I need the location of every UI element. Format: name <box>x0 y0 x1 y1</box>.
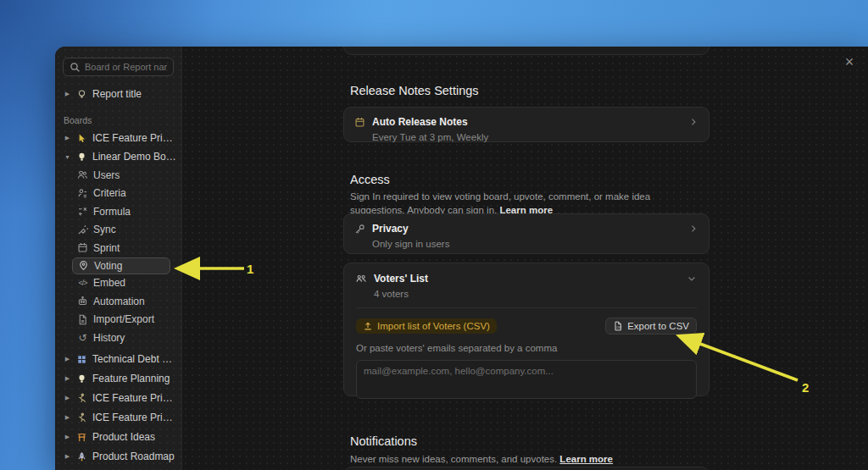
sidebar-item-label: Sprint <box>93 242 120 254</box>
voters-list-card: Voters' List 4 voters Import list of Vot… <box>343 263 709 396</box>
calendar-icon <box>77 242 88 253</box>
settings-modal: ▶ Report title Boards ▶ ICE Feature Prio… <box>55 47 868 470</box>
pin-icon <box>78 260 89 271</box>
sidebar-item-label: Users <box>93 169 120 181</box>
sidebar-board-ice-1[interactable]: ▶ ICE Feature Priorities <box>55 389 181 408</box>
collapse-arrow-icon[interactable]: ▼ <box>64 154 71 160</box>
sidebar-item-history[interactable]: ↺ History <box>72 329 181 347</box>
sidebar-item-label: Criteria <box>93 187 126 199</box>
sidebar-item-label: History <box>93 332 125 344</box>
expand-arrow-icon[interactable]: ▶ <box>64 91 71 97</box>
sidebar-board-technical-debt[interactable]: ▶ Technical Debt Priori... <box>55 350 181 369</box>
import-voters-button[interactable]: Import list of Voters (CSV) <box>356 318 497 334</box>
expand-arrow-icon[interactable]: ▶ <box>64 453 71 460</box>
report-icon <box>76 89 87 100</box>
sidebar-item-label: Formula <box>93 206 131 218</box>
access-heading: Access <box>350 173 390 186</box>
torii-icon <box>76 432 87 443</box>
expand-arrow-icon[interactable]: ▶ <box>64 434 71 440</box>
sidebar: ▶ Report title Boards ▶ ICE Feature Prio… <box>55 47 182 470</box>
sidebar-item-embed[interactable]: </> Embed <box>72 274 181 293</box>
sidebar-item-label: Report title <box>92 88 142 100</box>
sidebar-item-label: Product Ideas <box>92 431 155 443</box>
pointer-icon <box>76 133 87 144</box>
runner-icon <box>76 412 87 423</box>
sidebar-item-label: Feature Planning <box>92 373 170 384</box>
sidebar-item-label: ICE Feature Priorities <box>92 412 176 423</box>
sidebar-item-label: Embed <box>93 277 125 289</box>
users-icon <box>77 169 88 180</box>
card-subtitle: Every Tue at 3 pm, Weekly <box>372 132 698 142</box>
voters-count: 4 voters <box>374 289 697 299</box>
csv-file-icon <box>77 314 88 325</box>
criteria-icon <box>77 188 88 199</box>
expand-arrow-icon[interactable]: ▶ <box>64 395 71 401</box>
previous-settings-card <box>343 47 709 55</box>
learn-more-link[interactable]: Learn more <box>559 454 613 464</box>
history-icon: ↺ <box>77 332 88 343</box>
boards-section-label: Boards <box>55 115 181 127</box>
auto-release-notes-card[interactable]: Auto Release Notes Every Tue at 3 pm, We… <box>343 107 709 142</box>
sidebar-board-product-roadmap[interactable]: ▶ Product Roadmap <box>55 447 181 467</box>
release-notes-heading: Release Notes Settings <box>350 84 479 97</box>
sidebar-board-feature-planning[interactable]: ▶ Feature Planning <box>55 369 181 389</box>
boards-list: ▶ Technical Debt Priori... ▶ Feature Pla… <box>55 350 181 467</box>
notifications-description: Never miss new ideas, comments, and upvo… <box>350 452 706 466</box>
csv-file-icon: CSV <box>613 321 623 331</box>
voter-emails-textarea[interactable] <box>356 360 697 399</box>
expand-arrow-icon[interactable]: ▶ <box>64 375 71 382</box>
sidebar-item-users[interactable]: Users <box>72 166 181 185</box>
sidebar-item-sync[interactable]: Sync <box>72 221 181 240</box>
sidebar-item-label: Import/Export <box>93 313 154 325</box>
sidebar-item-label: Technical Debt Priori... <box>92 353 176 365</box>
card-title: Auto Release Notes <box>372 116 682 128</box>
settings-content: Release Notes Settings Auto Release Note… <box>343 47 709 470</box>
sidebar-item-label: Linear Demo Board <box>92 151 176 163</box>
sidebar-item-formula[interactable]: Formula <box>72 202 181 221</box>
lightbulb-icon <box>76 373 87 384</box>
sidebar-board-linear-demo[interactable]: ▼ Linear Demo Board <box>55 147 181 166</box>
sidebar-item-sprint[interactable]: Sprint <box>72 239 181 257</box>
sidebar-item-label: Voting <box>94 260 122 272</box>
calendar-icon <box>354 117 365 128</box>
sidebar-board-ice-2[interactable]: ▶ ICE Feature Priorities <box>55 408 181 428</box>
sidebar-item-criteria[interactable]: Criteria <box>72 185 181 203</box>
export-csv-button[interactable]: CSV Export to CSV <box>605 318 697 335</box>
sidebar-item-automation[interactable]: Automation <box>72 292 181 311</box>
voters-buttons: Import list of Voters (CSV) CSV Export t… <box>356 318 697 335</box>
card-title: Voters' List <box>374 273 680 285</box>
expand-arrow-icon[interactable]: ▶ <box>64 356 71 362</box>
settings-main: × Release Notes Settings Auto Release No… <box>182 47 868 470</box>
button-label: Import list of Voters (CSV) <box>377 321 490 331</box>
key-icon <box>354 224 365 235</box>
runner-icon <box>76 393 87 404</box>
expand-arrow-icon[interactable]: ▶ <box>64 414 71 421</box>
voters-icon <box>356 274 367 285</box>
sidebar-item-voting[interactable]: Voting <box>72 257 170 274</box>
upload-icon <box>363 321 373 331</box>
next-settings-card <box>343 467 709 470</box>
board-search <box>63 58 174 76</box>
sidebar-item-import-export[interactable]: Import/Export <box>72 311 181 329</box>
close-icon[interactable]: × <box>841 53 858 70</box>
sidebar-item-report-title[interactable]: ▶ Report title <box>55 85 181 103</box>
sidebar-item-label: Sync <box>93 224 116 235</box>
notifications-description-text: Never miss new ideas, comments, and upvo… <box>350 454 559 464</box>
chevron-right-icon <box>688 117 698 127</box>
sidebar-item-label: ICE Feature Priorities <box>92 132 176 144</box>
rocket-icon <box>76 451 87 462</box>
grid-icon <box>76 354 87 365</box>
privacy-card[interactable]: Privacy Only sign in users <box>343 213 709 254</box>
code-icon: </> <box>77 278 88 289</box>
search-input[interactable] <box>85 62 167 72</box>
card-title: Privacy <box>372 223 682 235</box>
formula-icon <box>77 206 88 217</box>
search-icon <box>70 62 81 73</box>
paste-emails-hint: Or paste voters' emails separated by a c… <box>356 343 697 353</box>
expand-arrow-icon[interactable]: ▶ <box>64 135 71 141</box>
sidebar-item-label: ICE Feature Priorities <box>92 392 176 404</box>
sidebar-board-ice-top[interactable]: ▶ ICE Feature Priorities <box>55 129 181 147</box>
sidebar-board-product-ideas[interactable]: ▶ Product Ideas <box>55 428 181 447</box>
sidebar-item-label: Product Roadmap <box>92 451 175 462</box>
chevron-down-icon[interactable] <box>687 274 697 284</box>
